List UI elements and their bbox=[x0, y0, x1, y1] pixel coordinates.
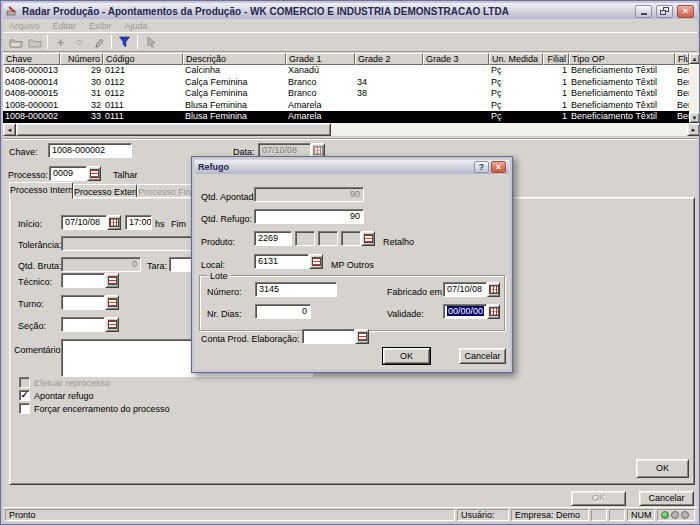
ok-inner-button[interactable]: OK bbox=[636, 459, 689, 478]
column-header[interactable]: Grade 2 bbox=[355, 53, 423, 65]
table-cell: 31 bbox=[60, 88, 103, 100]
minimize-button[interactable] bbox=[635, 5, 652, 18]
hs-label: hs bbox=[155, 219, 165, 229]
qtd-refugo-field[interactable]: 90 bbox=[254, 209, 364, 224]
conta-prod-label: Conta Prod. Elaboração: bbox=[201, 334, 300, 344]
numero-field[interactable]: 3145 bbox=[255, 282, 337, 297]
dialog-close-button[interactable]: × bbox=[491, 161, 506, 173]
dialog-title: Refugo bbox=[198, 162, 472, 172]
qtd-apontada-label: Qtd. Apontada: bbox=[201, 192, 261, 202]
table-row[interactable]: 1008-000002330111Blusa FemininaAmarelaPç… bbox=[3, 111, 689, 123]
menu-ajuda[interactable]: Ajuda bbox=[125, 21, 148, 30]
led-gray-icon bbox=[671, 511, 679, 519]
dialog-ok-button[interactable]: OK bbox=[383, 348, 430, 364]
table-row[interactable]: 0408-000015310112Calça FemininaBranco38P… bbox=[3, 88, 689, 100]
vertical-scroll-track[interactable] bbox=[689, 64, 700, 112]
horizontal-scroll-thumb[interactable] bbox=[16, 123, 331, 136]
fabricado-field[interactable]: 07/10/08 bbox=[443, 282, 487, 297]
table-cell: Pç bbox=[489, 111, 543, 123]
produto-field[interactable]: 2269 bbox=[254, 231, 292, 246]
tab-processo-interno[interactable]: Processo Interno bbox=[9, 182, 73, 199]
checkbox-efetuar-reprocesso: Efetuar reprocesso bbox=[19, 377, 110, 388]
tecnico-lookup-button[interactable] bbox=[105, 273, 119, 288]
table-row[interactable]: 0408-000014300112Calça FemininaBranco34P… bbox=[3, 77, 689, 89]
column-header[interactable]: Código bbox=[103, 53, 183, 65]
checkbox-forcar-encerramento[interactable]: Forçar encerramento do processo bbox=[19, 403, 170, 414]
filter-icon[interactable] bbox=[115, 34, 134, 50]
turno-field[interactable] bbox=[61, 295, 105, 310]
nr-dias-label: Nr. Dias: bbox=[207, 309, 242, 319]
table-row[interactable]: 1008-000001320111Blusa FemininaAmarelaPç… bbox=[3, 100, 689, 112]
fabricado-calendar-button[interactable] bbox=[487, 282, 500, 297]
open-folder-icon[interactable] bbox=[6, 34, 25, 50]
menu-bar: Arquivo Editar Exibir Ajuda bbox=[3, 19, 697, 32]
column-header[interactable]: Filial bbox=[543, 53, 569, 65]
conta-prod-field[interactable] bbox=[302, 329, 355, 344]
scroll-up-button[interactable]: ▲ bbox=[689, 53, 700, 64]
checkbox-box[interactable] bbox=[19, 403, 30, 414]
nr-dias-field[interactable]: 0 bbox=[255, 304, 311, 319]
produto-grade3-field bbox=[341, 231, 361, 246]
help-button[interactable]: ? bbox=[474, 161, 489, 173]
menu-exibir[interactable]: Exibir bbox=[89, 21, 112, 30]
inicio-time-field[interactable]: 17:00 bbox=[125, 215, 152, 230]
table-cell: 0111 bbox=[103, 100, 183, 112]
menu-arquivo[interactable]: Arquivo bbox=[9, 21, 40, 30]
column-header[interactable]: Grade 3 bbox=[423, 53, 489, 65]
processo-field[interactable]: 0009 bbox=[49, 166, 87, 181]
tab-processo-final: Processo Final bbox=[137, 184, 199, 198]
table-cell: Beneficiamento Têxtil bbox=[569, 65, 675, 77]
tab-processo-externo[interactable]: Processo Externo bbox=[73, 184, 137, 198]
qtd-bruta-label: Qtd. Bruta: bbox=[18, 261, 62, 271]
local-lookup-button[interactable] bbox=[309, 254, 323, 269]
column-header[interactable]: Chave bbox=[3, 53, 60, 65]
local-field[interactable]: 6131 bbox=[254, 254, 309, 269]
checkbox-label: Efetuar reprocesso bbox=[34, 378, 110, 388]
column-header[interactable]: Descrição bbox=[183, 53, 286, 65]
column-header[interactable]: Tipo OP bbox=[569, 53, 675, 65]
conta-prod-lookup-button[interactable] bbox=[355, 329, 369, 344]
lookup-icon bbox=[312, 257, 321, 266]
refresh-icon[interactable]: ○ bbox=[70, 34, 89, 50]
table-cell: 1 bbox=[543, 111, 569, 123]
inicio-date-field[interactable]: 07/10/08 bbox=[61, 215, 107, 230]
local-description: MP Outros bbox=[331, 260, 374, 270]
assign-pointer-icon[interactable] bbox=[141, 34, 160, 50]
lookup-icon bbox=[364, 234, 373, 243]
restore-button[interactable] bbox=[656, 5, 673, 18]
close-button[interactable]: × bbox=[677, 5, 694, 18]
qtd-refugo-label: Qtd. Refugo: bbox=[201, 214, 252, 224]
dialog-cancel-button[interactable]: Cancelar bbox=[459, 348, 506, 364]
table-cell: 32 bbox=[60, 100, 103, 112]
chave-field[interactable]: 1008-000002 bbox=[48, 143, 132, 158]
table-cell: Pç bbox=[489, 65, 543, 77]
secao-field[interactable] bbox=[61, 317, 105, 332]
turno-lookup-button[interactable] bbox=[105, 295, 119, 310]
produto-description: Retalho bbox=[383, 237, 414, 247]
table-cell: Bene bbox=[675, 111, 689, 123]
checkbox-box[interactable]: ✓ bbox=[19, 390, 30, 401]
folder-icon[interactable] bbox=[25, 34, 44, 50]
calendar-icon bbox=[489, 307, 499, 316]
secao-lookup-button[interactable] bbox=[105, 317, 119, 332]
menu-editar[interactable]: Editar bbox=[53, 21, 77, 30]
inicio-calendar-button[interactable] bbox=[107, 215, 121, 230]
column-header[interactable]: Fluxo bbox=[675, 53, 689, 65]
produto-lookup-button[interactable] bbox=[361, 231, 375, 246]
tecnico-field[interactable] bbox=[61, 273, 105, 288]
validade-calendar-button[interactable] bbox=[487, 304, 500, 319]
checkbox-apontar-refugo[interactable]: ✓ Apontar refugo bbox=[19, 390, 94, 401]
table-row[interactable]: 0408-000013290121CalcinhaXanadúPç1Benefi… bbox=[3, 65, 689, 77]
scroll-left-button[interactable]: ◄ bbox=[3, 123, 16, 136]
column-header[interactable]: Grade 1 bbox=[286, 53, 355, 65]
column-header[interactable]: Número bbox=[60, 53, 103, 65]
validade-field[interactable]: 00/00/00 bbox=[443, 304, 487, 319]
scroll-right-button[interactable]: ► bbox=[687, 123, 700, 136]
processo-lookup-button[interactable] bbox=[87, 166, 101, 181]
column-header[interactable]: Un. Medida bbox=[489, 53, 543, 65]
add-icon[interactable]: + bbox=[51, 34, 70, 50]
edit-icon[interactable] bbox=[89, 34, 108, 50]
cancel-button[interactable]: Cancelar bbox=[639, 491, 694, 506]
table-cell: 0111 bbox=[103, 111, 183, 123]
scroll-down-button[interactable]: ▼ bbox=[689, 112, 700, 123]
